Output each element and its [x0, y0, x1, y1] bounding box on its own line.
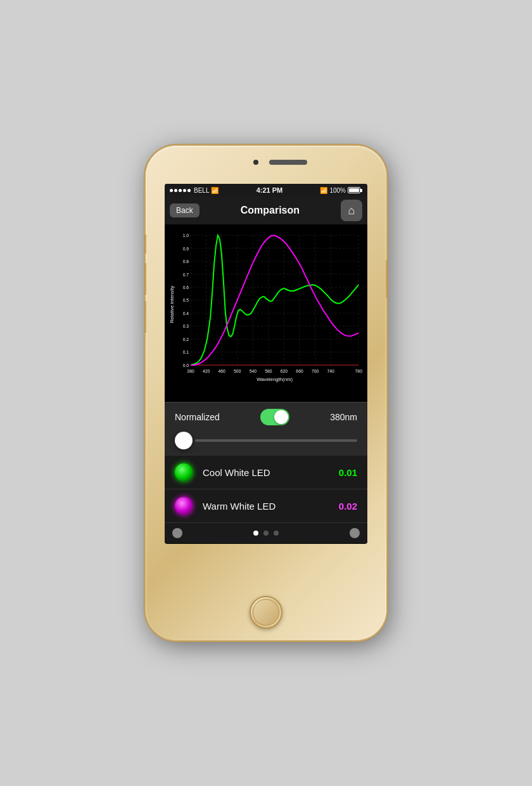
svg-text:380: 380 — [187, 369, 194, 373]
svg-text:0.8: 0.8 — [183, 259, 189, 264]
svg-text:Relative intensity: Relative intensity — [169, 286, 175, 323]
svg-text:540: 540 — [250, 369, 257, 373]
svg-text:660: 660 — [296, 369, 303, 373]
list-item[interactable]: Warm White LED 0.02 — [165, 489, 367, 523]
back-button[interactable]: Back — [170, 203, 200, 217]
svg-text:420: 420 — [203, 369, 210, 373]
wifi-icon: 📶 — [211, 187, 218, 194]
battery-percent: 100% — [329, 187, 346, 194]
svg-text:0.1: 0.1 — [183, 350, 189, 354]
svg-text:0.6: 0.6 — [183, 285, 189, 290]
mute-button[interactable] — [144, 235, 146, 254]
normalized-row: Normalized 380nm — [175, 409, 357, 425]
led-list: Cool White LED 0.01 Warm White LED 0.02 — [165, 456, 367, 523]
normalized-toggle[interactable] — [260, 409, 289, 425]
svg-text:580: 580 — [265, 369, 272, 373]
svg-text:780: 780 — [355, 369, 363, 373]
volume-up-button[interactable] — [144, 263, 146, 295]
physical-home-button[interactable] — [250, 596, 282, 629]
svg-text:500: 500 — [234, 369, 241, 373]
front-camera — [253, 160, 258, 165]
page-indicator — [165, 523, 367, 543]
home-nav-button[interactable]: ⌂ — [341, 200, 362, 221]
nav-title: Comparison — [241, 205, 300, 216]
svg-text:0.3: 0.3 — [183, 324, 189, 328]
spectrum-chart: 1.0 0.9 0.8 0.7 0.6 0.5 0.4 0.3 0.2 0.1 … — [165, 224, 367, 402]
svg-text:740: 740 — [327, 369, 334, 373]
slider-track[interactable] — [195, 439, 357, 442]
home-icon: ⌂ — [348, 204, 355, 217]
page-dot-2[interactable] — [263, 531, 269, 536]
svg-text:Wavelength(nm): Wavelength(nm) — [256, 377, 293, 382]
svg-text:0.7: 0.7 — [183, 273, 189, 277]
svg-text:0.4: 0.4 — [183, 311, 189, 316]
svg-text:0.5: 0.5 — [183, 299, 189, 303]
battery-icon — [348, 187, 362, 193]
warm-white-led-name: Warm White LED — [203, 501, 339, 512]
status-bar: BELL 📶 4:21 PM 📶 100% — [165, 184, 367, 196]
wavelength-value: 380nm — [330, 412, 357, 422]
volume-down-button[interactable] — [144, 301, 146, 333]
svg-text:0.9: 0.9 — [183, 247, 189, 251]
svg-text:0.0: 0.0 — [183, 363, 189, 368]
svg-rect-1 — [191, 235, 358, 376]
page-dot-3[interactable] — [274, 531, 279, 536]
svg-text:0.2: 0.2 — [183, 337, 189, 342]
signal-dot-2 — [174, 189, 177, 192]
cool-white-led-indicator — [175, 463, 193, 481]
signal-dot-1 — [170, 189, 173, 192]
home-button-inner-ring — [253, 599, 279, 626]
svg-text:620: 620 — [281, 369, 288, 373]
signal-strength — [170, 189, 191, 192]
bluetooth-icon: 📶 — [320, 187, 327, 194]
cool-white-led-value: 0.01 — [339, 467, 357, 478]
status-right: 📶 100% — [320, 187, 362, 194]
cool-white-led-name: Cool White LED — [203, 467, 339, 478]
earpiece-speaker — [269, 160, 307, 165]
signal-dot-5 — [187, 189, 191, 192]
normalized-label: Normalized — [175, 412, 220, 422]
signal-dot-3 — [179, 189, 182, 192]
page-dot-1[interactable] — [253, 531, 258, 536]
chart-svg: 1.0 0.9 0.8 0.7 0.6 0.5 0.4 0.3 0.2 0.1 … — [167, 229, 365, 399]
navigation-bar: Back Comparison ⌂ — [165, 196, 367, 224]
left-page-control[interactable] — [172, 528, 182, 538]
phone-screen: BELL 📶 4:21 PM 📶 100% Back Comparison ⌂ — [165, 184, 367, 544]
svg-text:460: 460 — [218, 369, 226, 373]
signal-dot-4 — [183, 189, 186, 192]
status-time: 4:21 PM — [256, 186, 283, 194]
svg-text:700: 700 — [312, 369, 319, 373]
toggle-knob — [274, 410, 288, 424]
controls-panel: Normalized 380nm — [165, 402, 367, 456]
warm-white-led-value: 0.02 — [339, 501, 357, 512]
svg-text:1.0: 1.0 — [183, 233, 189, 238]
phone-frame: BELL 📶 4:21 PM 📶 100% Back Comparison ⌂ — [146, 146, 386, 640]
warm-white-led-indicator — [175, 497, 193, 515]
slider-thumb[interactable] — [175, 432, 193, 449]
power-button[interactable] — [386, 260, 388, 298]
status-left: BELL 📶 — [170, 187, 218, 194]
right-page-control[interactable] — [350, 528, 360, 538]
wavelength-slider-row — [175, 432, 357, 449]
page-dots-center — [253, 531, 279, 536]
list-item[interactable]: Cool White LED 0.01 — [165, 456, 367, 489]
carrier-label: BELL — [194, 187, 209, 194]
